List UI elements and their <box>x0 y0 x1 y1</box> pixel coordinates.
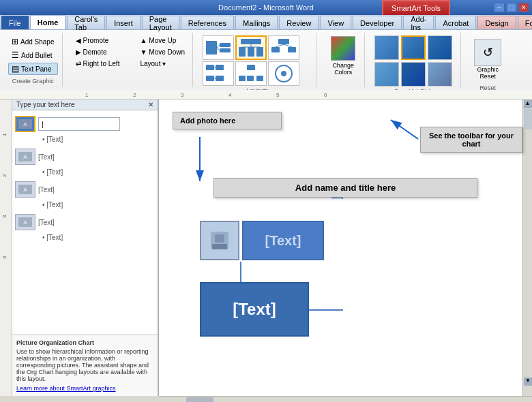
text-pane-close-button[interactable]: ✕ <box>148 101 153 108</box>
reset-graphic-button[interactable]: ↺ Graphic Reset <box>471 35 505 83</box>
tab-acrobat[interactable]: Acrobat <box>435 16 476 29</box>
bullet-item-1: • [Text] <box>42 135 155 143</box>
layouts-grid <box>203 35 312 86</box>
layout-item-1[interactable] <box>203 35 234 60</box>
add-photo-annotation: Add photo here <box>173 112 282 129</box>
restore-button[interactable]: □ <box>506 3 517 12</box>
desc-title: Picture Organization Chart <box>16 339 153 346</box>
move-down-button[interactable]: ▼Move Down <box>136 47 188 57</box>
svg-text:A: A <box>23 121 27 127</box>
text-pane-icon-2: A <box>15 149 35 165</box>
desc-link[interactable]: Learn more about SmartArt graphics <box>16 385 116 392</box>
text-pane-item-2: A [Text] <box>15 149 155 165</box>
tab-view[interactable]: View <box>320 16 351 29</box>
svg-text:3: 3 <box>1 215 8 218</box>
scrollbar-horizontal-container <box>0 396 532 402</box>
ribbon-group-smartart-styles: SmartArt Styles <box>370 33 461 87</box>
scrollbar-vertical[interactable]: ▲ ▼ <box>522 99 532 396</box>
svg-point-27 <box>281 71 286 76</box>
org-text-box-1: [Text] <box>242 221 324 260</box>
svg-text:4: 4 <box>228 92 232 98</box>
svg-rect-13 <box>288 47 296 52</box>
text-pane-input[interactable] <box>38 117 120 131</box>
tab-review[interactable]: Review <box>279 16 319 29</box>
add-shape-button[interactable]: ⊞ Add Shape <box>8 35 58 48</box>
svg-rect-23 <box>239 76 246 81</box>
move-updown-buttons: ▲Move Up ▼Move Down Layout ▾ <box>136 35 188 69</box>
desc-body: Use to show hierarchical information or … <box>16 348 153 382</box>
style-item-6[interactable] <box>428 62 452 87</box>
right-to-left-button[interactable]: ⇄Right to Left <box>72 59 123 69</box>
minimize-button[interactable]: ─ <box>494 3 505 12</box>
style-item-5[interactable] <box>401 62 426 87</box>
svg-text:4: 4 <box>1 256 8 259</box>
tab-developer[interactable]: Developer <box>353 16 402 29</box>
connector-h-1 <box>309 309 343 311</box>
vertical-ruler: 1 2 3 4 <box>0 99 12 396</box>
text-pane: Type your text here ✕ A • [Text] A [Text… <box>12 99 159 396</box>
text-pane-item-1: A <box>15 116 155 132</box>
svg-rect-53 <box>215 234 224 243</box>
svg-rect-17 <box>216 65 224 70</box>
layout-item-3[interactable] <box>268 35 299 60</box>
connector-v-1 <box>240 262 241 282</box>
style-item-4[interactable] <box>374 62 399 87</box>
svg-text:A: A <box>23 187 27 193</box>
text-pane-header: Type your text here ✕ <box>12 99 158 110</box>
add-name-annotation: Add name and title here <box>213 178 477 198</box>
style-item-2[interactable] <box>401 35 426 60</box>
tab-mailings[interactable]: Mailings <box>235 16 278 29</box>
svg-rect-0 <box>206 41 217 55</box>
text-pane-button[interactable]: ▤ Text Pane <box>8 63 58 75</box>
tab-design[interactable]: Design <box>477 16 516 29</box>
tab-carols[interactable]: Carol's Tab <box>67 16 105 29</box>
style-item-1[interactable] <box>374 35 399 60</box>
add-bullet-button[interactable]: ☰ Add Bullet <box>8 49 58 61</box>
text-pane-item-4: A [Text] <box>15 214 155 230</box>
org-photo-box <box>200 221 239 260</box>
svg-text:1: 1 <box>1 133 8 136</box>
main-area: 1 2 3 4 Type your text here ✕ A • [Text] <box>0 99 532 396</box>
svg-text:3: 3 <box>181 92 184 98</box>
smartart-tools-label: SmartArt Tools <box>382 0 450 15</box>
svg-rect-12 <box>271 47 280 52</box>
reset-buttons: ↺ Graphic Reset <box>471 35 505 83</box>
demote-button[interactable]: ▶Demote <box>72 47 123 57</box>
layout-item-2[interactable] <box>235 35 267 60</box>
ribbon-group-move: ◀Promote ▶Demote ⇄Right to Left ▲Move Up… <box>68 33 194 87</box>
org-bottom-box: [Text] <box>200 282 309 337</box>
style-item-3[interactable] <box>428 35 452 60</box>
text-pane-icon-active: A <box>15 116 35 132</box>
tab-page-layout[interactable]: Page Layout <box>142 16 179 29</box>
window-controls[interactable]: ─ □ ✕ <box>494 3 529 12</box>
tab-references[interactable]: References <box>181 16 234 29</box>
svg-text:2: 2 <box>133 92 136 98</box>
bullet-item-2: • [Text] <box>42 168 155 176</box>
tab-file[interactable]: File <box>1 16 29 29</box>
bullet-item-3: • [Text] <box>42 200 155 208</box>
svg-line-3 <box>217 45 220 48</box>
tab-insert[interactable]: Insert <box>106 16 141 29</box>
close-button[interactable]: ✕ <box>518 3 529 12</box>
svg-rect-11 <box>278 39 289 44</box>
promote-button[interactable]: ◀Promote <box>72 35 123 46</box>
layout-item-5[interactable] <box>235 61 267 86</box>
org-chart-row-1: [Text] <box>200 221 324 260</box>
move-up-button[interactable]: ▲Move Up <box>136 35 188 46</box>
ribbon-group-create-graphic: ⊞ Add Shape ☰ Add Bullet ▤ Text Pane Cre… <box>4 33 63 87</box>
ruler-horizontal: 1 2 3 4 5 6 <box>0 90 532 99</box>
svg-line-15 <box>284 44 292 47</box>
layout-item-6[interactable] <box>268 61 299 86</box>
change-colors-button[interactable]: Change Colors <box>326 35 360 76</box>
scrollbar-horizontal[interactable] <box>159 396 532 402</box>
svg-rect-6 <box>239 47 246 57</box>
tab-addins[interactable]: Add-Ins <box>403 16 434 29</box>
bullet-item-4: • [Text] <box>42 233 155 241</box>
svg-text:A: A <box>23 219 27 226</box>
svg-text:2: 2 <box>1 174 8 177</box>
tab-format[interactable]: Format <box>518 16 532 29</box>
tab-home[interactable]: Home <box>30 15 66 29</box>
svg-text:1: 1 <box>85 92 89 98</box>
layout-button[interactable]: Layout ▾ <box>136 59 188 69</box>
layout-item-4[interactable] <box>203 61 234 86</box>
